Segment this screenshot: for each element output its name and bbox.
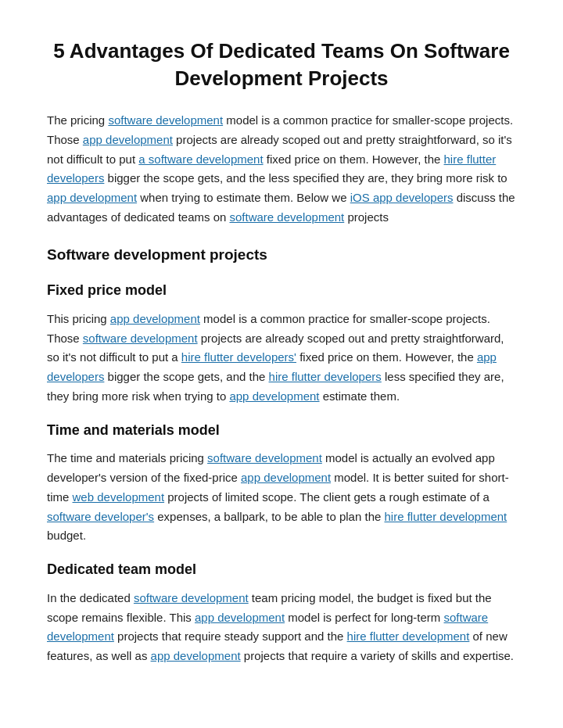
dedicated-team-body: In the dedicated software development te… (47, 589, 516, 666)
intro-paragraph: The pricing software development model i… (47, 111, 516, 228)
link-hire-flutter-development-dt[interactable]: hire flutter development (347, 629, 470, 643)
link-a-software-development[interactable]: a software development (138, 152, 263, 166)
heading-dedicated-team-model: Dedicated team model (47, 558, 516, 581)
link-hire-flutter-developers-fp2[interactable]: hire flutter developers (269, 370, 382, 383)
main-title: 5 Advantages Of Dedicated Teams On Softw… (47, 38, 516, 92)
link-app-development-fp1[interactable]: app development (110, 312, 200, 325)
link-app-development-fp2[interactable]: app development (229, 389, 319, 403)
time-materials-body: The time and materials pricing software … (47, 449, 516, 546)
link-web-development-tm[interactable]: web development (73, 490, 165, 504)
link-app-development-1[interactable]: app development (83, 133, 173, 146)
link-app-development-dt1[interactable]: app development (195, 611, 285, 624)
link-software-development-1[interactable]: software development (108, 113, 223, 127)
link-software-development-2[interactable]: software development (230, 210, 345, 224)
link-software-development-fp1[interactable]: software development (83, 332, 198, 345)
link-ios-app-developers[interactable]: iOS app developers (350, 191, 454, 204)
link-software-development-tm[interactable]: software development (207, 451, 322, 464)
link-app-development-2[interactable]: app development (47, 191, 137, 204)
link-hire-flutter-development-tm[interactable]: hire flutter development (384, 510, 507, 523)
heading-fixed-price-model: Fixed price model (47, 279, 516, 302)
heading-software-development-projects: Software development projects (47, 243, 516, 267)
link-app-development-tm[interactable]: app development (241, 471, 331, 484)
link-hire-flutter-developers-1[interactable]: hire flutter developers (47, 152, 496, 185)
link-software-developers-tm[interactable]: software developer's (47, 510, 154, 523)
fixed-price-body: This pricing app development model is a … (47, 310, 516, 407)
link-hire-flutter-developers-fp[interactable]: hire flutter developers' (181, 350, 296, 364)
heading-time-materials-model: Time and materials model (47, 419, 516, 442)
link-software-development-dt1[interactable]: software development (134, 591, 249, 604)
page-container: 5 Advantages Of Dedicated Teams On Softw… (0, 0, 563, 716)
link-app-development-dt2[interactable]: app development (151, 649, 241, 662)
